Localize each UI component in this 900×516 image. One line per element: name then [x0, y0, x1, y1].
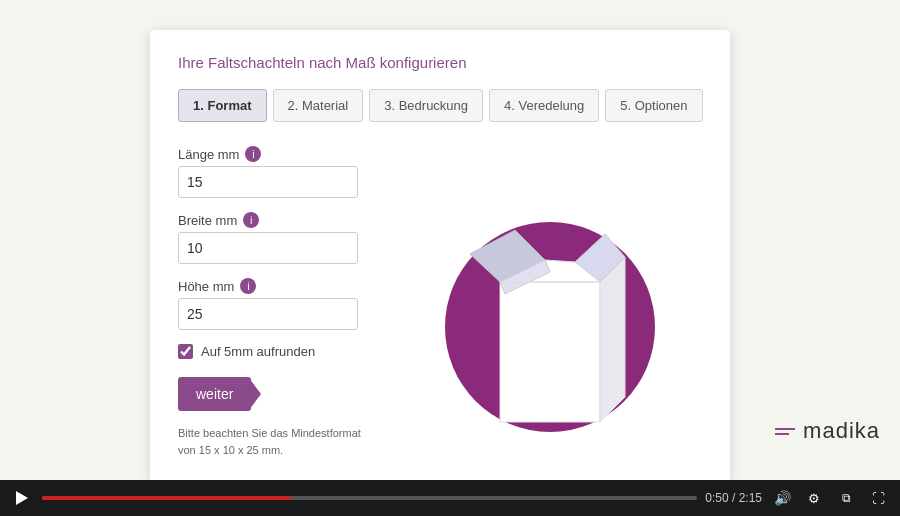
hoehe-info-icon[interactable]: i — [240, 278, 256, 294]
progress-container — [42, 496, 697, 500]
weiter-button[interactable]: weiter — [178, 377, 251, 411]
hoehe-field-group: Höhe mm i — [178, 278, 378, 330]
madika-line-1 — [775, 428, 795, 430]
tab-veredelung[interactable]: 4. Veredelung — [489, 89, 599, 122]
laenge-label: Länge mm i — [178, 146, 378, 162]
config-card: Ihre Faltschachteln nach Maß konfigurier… — [150, 30, 730, 482]
picture-in-picture-button[interactable]: ⧉ — [834, 486, 858, 510]
settings-button[interactable]: ⚙ — [802, 486, 826, 510]
box-illustration — [460, 182, 640, 442]
controls-bar: 0:50 / 2:15 🔊 ⚙ ⧉ ⛶ — [0, 480, 900, 516]
tab-format[interactable]: 1. Format — [178, 89, 267, 122]
svg-rect-0 — [500, 282, 600, 422]
hoehe-input[interactable] — [178, 298, 358, 330]
breite-input[interactable] — [178, 232, 358, 264]
svg-marker-1 — [600, 257, 625, 422]
volume-icon: 🔊 — [774, 490, 791, 506]
tab-bar: 1. Format 2. Material 3. Bedruckung 4. V… — [178, 89, 702, 122]
box-visual — [440, 162, 660, 442]
play-button[interactable] — [10, 486, 34, 510]
right-controls: 🔊 ⚙ ⧉ ⛶ — [770, 486, 890, 510]
aufrunden-label[interactable]: Auf 5mm aufrunden — [201, 344, 315, 359]
breite-label: Breite mm i — [178, 212, 378, 228]
volume-button[interactable]: 🔊 — [770, 486, 794, 510]
form-section: Länge mm i Breite mm i Höhe mm i — [178, 146, 378, 458]
madika-logo: madika — [775, 418, 880, 444]
settings-icon: ⚙ — [808, 491, 820, 506]
tab-material[interactable]: 2. Material — [273, 89, 364, 122]
visual-section — [398, 146, 702, 458]
laenge-field-group: Länge mm i — [178, 146, 378, 198]
main-layout: Länge mm i Breite mm i Höhe mm i — [178, 146, 702, 458]
hoehe-label: Höhe mm i — [178, 278, 378, 294]
laenge-info-icon[interactable]: i — [245, 146, 261, 162]
fullscreen-button[interactable]: ⛶ — [866, 486, 890, 510]
laenge-input[interactable] — [178, 166, 358, 198]
video-area: Ihre Faltschachteln nach Maß konfigurier… — [0, 0, 900, 480]
tab-bedruckung[interactable]: 3. Bedruckung — [369, 89, 483, 122]
madika-lines-icon — [775, 428, 795, 435]
fullscreen-icon: ⛶ — [872, 491, 885, 506]
checkbox-row: Auf 5mm aufrunden — [178, 344, 378, 359]
progress-fill — [42, 496, 291, 500]
card-title: Ihre Faltschachteln nach Maß konfigurier… — [178, 54, 702, 71]
pip-icon: ⧉ — [842, 491, 851, 505]
madika-text: madika — [803, 418, 880, 444]
time-display: 0:50 / 2:15 — [705, 491, 762, 505]
breite-field-group: Breite mm i — [178, 212, 378, 264]
hint-text: Bitte beachten Sie das Mindestformat von… — [178, 425, 378, 458]
aufrunden-checkbox[interactable] — [178, 344, 193, 359]
madika-line-2 — [775, 433, 789, 435]
play-icon — [16, 491, 28, 505]
tab-optionen[interactable]: 5. Optionen — [605, 89, 702, 122]
progress-bar[interactable] — [42, 496, 697, 500]
breite-info-icon[interactable]: i — [243, 212, 259, 228]
